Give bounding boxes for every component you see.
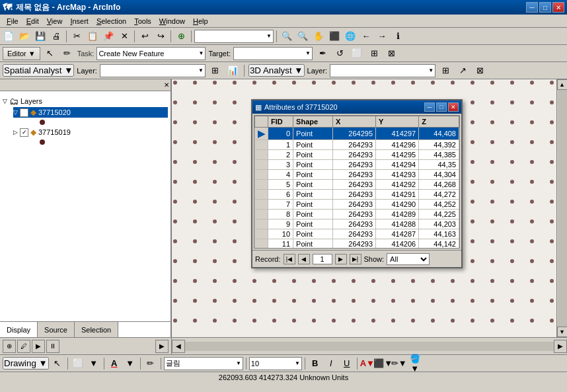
attr-table-row[interactable]: 3 Point 264293 414294 44,35 (255, 160, 459, 170)
edit-btn-2[interactable]: ↺ (332, 46, 347, 61)
bold-button[interactable]: B (308, 356, 322, 371)
target-dropdown[interactable]: ▼ (233, 47, 313, 60)
attr-table-row[interactable]: ▶ 0 Point 264295 414297 44,408 (255, 128, 459, 140)
drawing-text-color[interactable]: A (107, 356, 122, 371)
col-shape[interactable]: Shape (293, 116, 333, 128)
menu-file[interactable]: File (3, 16, 22, 26)
layer-dropdown-2[interactable]: ▼ (330, 64, 435, 77)
drawing-arrow-down[interactable]: ▼ (87, 356, 101, 371)
maximize-button[interactable]: □ (539, 2, 551, 13)
scroll-up-button[interactable]: ▲ (557, 79, 568, 90)
cut-button[interactable]: ✂ (69, 29, 84, 44)
record-first-button[interactable]: |◀ (284, 254, 295, 264)
attr-table-row[interactable]: 6 Point 264293 414291 44,272 (255, 190, 459, 200)
globe-button[interactable]: 🌐 (343, 29, 358, 44)
menu-selection[interactable]: Selection (93, 16, 130, 26)
open-button[interactable]: 📂 (17, 29, 32, 44)
3d-btn-2[interactable]: ↗ (455, 63, 470, 78)
menu-help[interactable]: Help (189, 16, 212, 26)
new-button[interactable]: 📄 (1, 29, 16, 44)
undo-button[interactable]: ↩ (137, 29, 152, 44)
attr-close-button[interactable]: ✕ (448, 102, 459, 112)
scale-input[interactable]: ▼ (194, 30, 274, 43)
layer1-checkbox[interactable]: ✓ (20, 108, 28, 117)
fill-color-button[interactable]: 🪣▼ (408, 356, 422, 371)
edit-btn-5[interactable]: ⊠ (384, 46, 398, 61)
spatial-btn-2[interactable]: 📊 (225, 63, 240, 78)
3d-btn-1[interactable]: ⊞ (438, 63, 453, 78)
layer2-expand[interactable]: ▷ (13, 129, 18, 136)
highlight-button[interactable]: ⬛▼ (376, 356, 391, 371)
toc-btn-2[interactable]: 🖊 (17, 340, 30, 353)
menu-insert[interactable]: Insert (66, 16, 93, 26)
back-button[interactable]: ← (359, 29, 373, 44)
menu-edit[interactable]: Edit (22, 16, 43, 26)
underline-button[interactable]: U (340, 356, 354, 371)
record-prev-button[interactable]: ◀ (298, 254, 310, 264)
close-button[interactable]: ✕ (552, 2, 564, 13)
show-select[interactable]: All Selected (387, 253, 430, 265)
attr-table-row[interactable]: 1 Point 264293 414296 44,392 (255, 140, 459, 150)
attr-table-row[interactable]: 8 Point 264293 414289 44,225 (255, 210, 459, 219)
print-button[interactable]: 🖨 (49, 29, 63, 44)
spatial-analyst-button[interactable]: Spatial Analyst ▼ (3, 64, 74, 77)
map-scroll-right[interactable]: ▶ (554, 340, 567, 353)
attr-table-row[interactable]: 9 Point 264293 414288 44,203 (255, 219, 459, 229)
record-last-button[interactable]: ▶| (350, 254, 361, 264)
add-data-button[interactable]: ⊕ (174, 29, 188, 44)
toc-btn-4[interactable]: ⏸ (46, 340, 59, 353)
scroll-track[interactable] (558, 90, 567, 327)
tab-source[interactable]: Source (38, 322, 75, 337)
layer1-row[interactable]: ▽ ✓ ◆ 37715020 (13, 107, 168, 118)
col-fid[interactable]: FID (268, 116, 293, 128)
col-z[interactable]: Z (419, 116, 459, 128)
layer2-checkbox[interactable]: ✓ (20, 128, 28, 137)
drawing-text-arrow[interactable]: ▼ (123, 356, 137, 371)
right-scrollbar[interactable]: ▲ ▼ (556, 79, 567, 337)
drawing-button[interactable]: Drawing ▼ (3, 357, 49, 370)
zoom-in-button[interactable]: 🔍 (280, 29, 294, 44)
toc-close-button[interactable]: ✕ (164, 81, 169, 89)
tab-selection[interactable]: Selection (75, 322, 118, 337)
col-y[interactable]: Y (376, 116, 419, 128)
map-scroll-left[interactable]: ◀ (172, 340, 185, 353)
layer1-expand[interactable]: ▽ (13, 109, 18, 116)
record-input[interactable] (313, 254, 332, 264)
font-color-button[interactable]: A▼ (360, 356, 375, 371)
attr-minimize-button[interactable]: ─ (424, 102, 435, 112)
toc-btn-1[interactable]: ⊕ (3, 340, 16, 353)
font-name-combo[interactable]: 글림 ▼ (164, 357, 243, 370)
drawing-rectangle[interactable]: ⬜ (71, 356, 85, 371)
editor-button[interactable]: Editor ▼ (3, 47, 40, 60)
record-next-button[interactable]: ▶ (335, 254, 347, 264)
menu-window[interactable]: Window (155, 16, 189, 26)
spatial-btn-1[interactable]: ⊞ (208, 63, 223, 78)
edit-btn-3[interactable]: ⬜ (350, 46, 364, 61)
pan-button[interactable]: ✋ (311, 29, 326, 44)
full-extent-button[interactable]: ⬛ (327, 29, 342, 44)
attr-table-scroll[interactable]: FID Shape X Y Z ▶ 0 Point 264295 414297 … (254, 116, 459, 248)
layers-expand-icon[interactable]: ▽ (3, 98, 7, 104)
attr-table-row[interactable]: 4 Point 264293 414293 44,304 (255, 170, 459, 180)
identify-button[interactable]: ℹ (391, 29, 405, 44)
attr-table-row[interactable]: 5 Point 264293 414292 44,268 (255, 180, 459, 190)
attr-table-row[interactable]: 2 Point 264293 414295 44,385 (255, 150, 459, 160)
analyst3d-button[interactable]: 3D Analyst ▼ (248, 64, 305, 77)
attr-table-row[interactable]: 11 Point 264293 414206 44,142 (255, 239, 459, 249)
italic-button[interactable]: I (324, 356, 338, 371)
drawing-select-tool[interactable]: ↖ (50, 356, 65, 371)
layer-dropdown-1[interactable]: ▼ (100, 64, 206, 77)
minimize-button[interactable]: ─ (526, 2, 538, 13)
map-area[interactable]: ▦ Attributes of 37715020 ─ □ ✕ FID (172, 79, 556, 337)
3d-btn-3[interactable]: ⊠ (472, 63, 487, 78)
drawing-pencil[interactable]: ✏ (143, 356, 158, 371)
scroll-down-button[interactable]: ▼ (557, 327, 568, 337)
tab-display[interactable]: Display (0, 322, 38, 337)
toc-btn-3[interactable]: ▶ (32, 340, 45, 353)
map-bottom-scroll[interactable]: ◀ ▶ (172, 340, 567, 353)
zoom-out-button[interactable]: 🔍 (295, 29, 310, 44)
col-x[interactable]: X (332, 116, 375, 128)
attr-table-row[interactable]: 7 Point 264293 414290 44,252 (255, 200, 459, 210)
edit-btn-4[interactable]: ⊞ (367, 46, 381, 61)
paste-button[interactable]: 📌 (101, 29, 116, 44)
